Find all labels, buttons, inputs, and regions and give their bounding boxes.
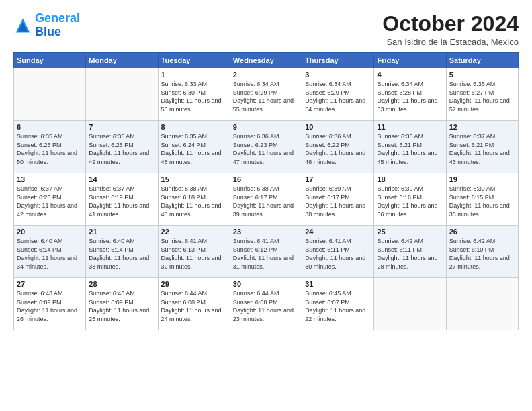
table-cell: 5Sunrise: 6:35 AMSunset: 6:27 PMDaylight…	[446, 68, 518, 121]
page: General Blue October 2024 San Isidro de …	[0, 0, 532, 411]
logo-text: General Blue	[35, 12, 80, 39]
day-info: Sunrise: 6:42 AMSunset: 6:11 PMDaylight:…	[377, 237, 443, 271]
table-cell: 7Sunrise: 6:35 AMSunset: 6:25 PMDaylight…	[86, 121, 158, 173]
day-info: Sunrise: 6:36 AMSunset: 6:22 PMDaylight:…	[305, 132, 371, 166]
day-info: Sunrise: 6:41 AMSunset: 6:11 PMDaylight:…	[305, 237, 371, 271]
col-monday: Monday	[86, 53, 158, 68]
day-number: 4	[377, 71, 443, 79]
day-info: Sunrise: 6:34 AMSunset: 6:28 PMDaylight:…	[377, 80, 443, 113]
day-info: Sunrise: 6:44 AMSunset: 6:08 PMDaylight:…	[161, 289, 227, 323]
table-cell: 11Sunrise: 6:36 AMSunset: 6:21 PMDayligh…	[374, 121, 446, 173]
calendar: Sunday Monday Tuesday Wednesday Thursday…	[13, 52, 519, 330]
day-number: 15	[161, 175, 227, 183]
table-cell: 28Sunrise: 6:43 AMSunset: 6:09 PMDayligh…	[86, 278, 158, 330]
table-cell: 22Sunrise: 6:41 AMSunset: 6:13 PMDayligh…	[158, 226, 230, 278]
table-cell: 6Sunrise: 6:35 AMSunset: 6:26 PMDaylight…	[14, 121, 86, 173]
table-cell: 9Sunrise: 6:36 AMSunset: 6:23 PMDaylight…	[230, 121, 302, 173]
day-number: 6	[17, 123, 83, 131]
day-number: 9	[233, 123, 299, 131]
location: San Isidro de la Estacada, Mexico	[382, 37, 519, 47]
day-info: Sunrise: 6:38 AMSunset: 6:18 PMDaylight:…	[161, 185, 227, 218]
col-thursday: Thursday	[302, 53, 374, 68]
table-cell: 13Sunrise: 6:37 AMSunset: 6:20 PMDayligh…	[14, 173, 86, 226]
table-cell: 12Sunrise: 6:37 AMSunset: 6:21 PMDayligh…	[446, 121, 518, 173]
day-info: Sunrise: 6:34 AMSunset: 6:29 PMDaylight:…	[233, 80, 299, 113]
calendar-header-row: Sunday Monday Tuesday Wednesday Thursday…	[14, 53, 519, 68]
day-info: Sunrise: 6:39 AMSunset: 6:16 PMDaylight:…	[377, 185, 443, 218]
day-number: 18	[377, 175, 443, 183]
day-info: Sunrise: 6:35 AMSunset: 6:24 PMDaylight:…	[161, 132, 227, 166]
day-number: 24	[305, 228, 371, 236]
table-cell: 15Sunrise: 6:38 AMSunset: 6:18 PMDayligh…	[158, 173, 230, 226]
day-number: 22	[161, 228, 227, 236]
day-info: Sunrise: 6:37 AMSunset: 6:20 PMDaylight:…	[17, 185, 83, 218]
day-number: 13	[17, 175, 83, 183]
day-info: Sunrise: 6:35 AMSunset: 6:25 PMDaylight:…	[89, 132, 154, 166]
day-info: Sunrise: 6:40 AMSunset: 6:14 PMDaylight:…	[89, 237, 154, 271]
day-info: Sunrise: 6:42 AMSunset: 6:10 PMDaylight:…	[449, 237, 515, 271]
day-number: 19	[449, 175, 515, 183]
table-cell: 20Sunrise: 6:40 AMSunset: 6:14 PMDayligh…	[14, 226, 86, 278]
col-wednesday: Wednesday	[230, 53, 302, 68]
table-cell: 24Sunrise: 6:41 AMSunset: 6:11 PMDayligh…	[302, 226, 374, 278]
day-number: 17	[305, 175, 371, 183]
col-saturday: Saturday	[446, 53, 518, 68]
col-friday: Friday	[374, 53, 446, 68]
day-number: 7	[89, 123, 154, 131]
day-number: 21	[89, 228, 154, 236]
day-info: Sunrise: 6:43 AMSunset: 6:09 PMDaylight:…	[89, 289, 154, 323]
day-number: 23	[233, 228, 299, 236]
table-cell: 19Sunrise: 6:39 AMSunset: 6:15 PMDayligh…	[446, 173, 518, 226]
day-info: Sunrise: 6:45 AMSunset: 6:07 PMDaylight:…	[305, 289, 371, 323]
day-number: 11	[377, 123, 443, 131]
day-info: Sunrise: 6:38 AMSunset: 6:17 PMDaylight:…	[233, 185, 299, 218]
day-info: Sunrise: 6:43 AMSunset: 6:09 PMDaylight:…	[17, 289, 83, 323]
day-info: Sunrise: 6:37 AMSunset: 6:21 PMDaylight:…	[449, 132, 515, 166]
day-number: 2	[233, 71, 299, 79]
table-cell: 2Sunrise: 6:34 AMSunset: 6:29 PMDaylight…	[230, 68, 302, 121]
day-info: Sunrise: 6:36 AMSunset: 6:21 PMDaylight:…	[377, 132, 443, 166]
table-cell: 23Sunrise: 6:41 AMSunset: 6:12 PMDayligh…	[230, 226, 302, 278]
table-cell	[86, 68, 158, 121]
table-cell: 26Sunrise: 6:42 AMSunset: 6:10 PMDayligh…	[446, 226, 518, 278]
day-info: Sunrise: 6:34 AMSunset: 6:29 PMDaylight:…	[305, 80, 371, 113]
table-cell: 18Sunrise: 6:39 AMSunset: 6:16 PMDayligh…	[374, 173, 446, 226]
day-number: 3	[305, 71, 371, 79]
day-number: 16	[233, 175, 299, 183]
day-info: Sunrise: 6:44 AMSunset: 6:08 PMDaylight:…	[233, 289, 299, 323]
day-info: Sunrise: 6:37 AMSunset: 6:19 PMDaylight:…	[89, 185, 154, 218]
table-cell: 30Sunrise: 6:44 AMSunset: 6:08 PMDayligh…	[230, 278, 302, 330]
day-number: 28	[89, 280, 154, 288]
table-cell: 8Sunrise: 6:35 AMSunset: 6:24 PMDaylight…	[158, 121, 230, 173]
col-tuesday: Tuesday	[158, 53, 230, 68]
month-title: October 2024	[382, 12, 519, 36]
day-info: Sunrise: 6:36 AMSunset: 6:23 PMDaylight:…	[233, 132, 299, 166]
day-info: Sunrise: 6:35 AMSunset: 6:27 PMDaylight:…	[449, 80, 515, 113]
header: General Blue October 2024 San Isidro de …	[13, 12, 519, 47]
title-area: October 2024 San Isidro de la Estacada, …	[382, 12, 519, 47]
day-number: 10	[305, 123, 371, 131]
table-cell: 14Sunrise: 6:37 AMSunset: 6:19 PMDayligh…	[86, 173, 158, 226]
logo-icon	[13, 16, 32, 35]
day-number: 26	[449, 228, 515, 236]
col-sunday: Sunday	[14, 53, 86, 68]
table-cell: 25Sunrise: 6:42 AMSunset: 6:11 PMDayligh…	[374, 226, 446, 278]
table-cell	[374, 278, 446, 330]
day-info: Sunrise: 6:39 AMSunset: 6:15 PMDaylight:…	[449, 185, 515, 218]
day-number: 5	[449, 71, 515, 79]
day-info: Sunrise: 6:39 AMSunset: 6:17 PMDaylight:…	[305, 185, 371, 218]
table-cell	[446, 278, 518, 330]
day-number: 20	[17, 228, 83, 236]
day-number: 14	[89, 175, 154, 183]
day-number: 8	[161, 123, 227, 131]
day-number: 30	[233, 280, 299, 288]
table-cell: 16Sunrise: 6:38 AMSunset: 6:17 PMDayligh…	[230, 173, 302, 226]
table-cell: 17Sunrise: 6:39 AMSunset: 6:17 PMDayligh…	[302, 173, 374, 226]
day-number: 25	[377, 228, 443, 236]
day-number: 31	[305, 280, 371, 288]
logo: General Blue	[13, 12, 80, 39]
table-cell: 29Sunrise: 6:44 AMSunset: 6:08 PMDayligh…	[158, 278, 230, 330]
day-number: 29	[161, 280, 227, 288]
day-number: 12	[449, 123, 515, 131]
table-cell	[14, 68, 86, 121]
